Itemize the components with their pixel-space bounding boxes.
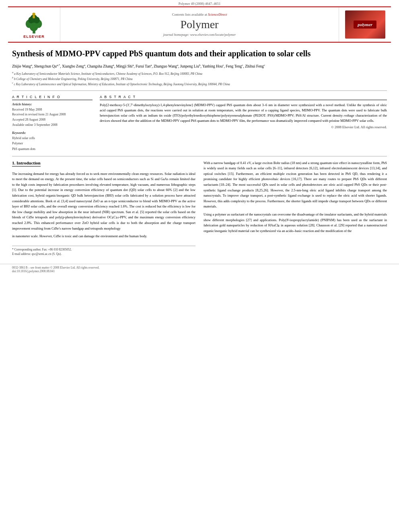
divider-middle <box>12 156 387 156</box>
journal-citation: Polymer 49 (2008) 4647–4651 <box>179 2 221 6</box>
keyword-3: PbS quantum dots <box>12 146 93 152</box>
authors-line: Zhijie Wanga, Shengchun Qua,*, Xiangbo Z… <box>12 63 387 69</box>
polymer-badge-text: polymer <box>354 21 376 29</box>
header-center: Contents lists available at ScienceDirec… <box>60 7 339 42</box>
svg-point-7 <box>32 13 35 16</box>
history-item-2: Received in revised form 21 August 2008 <box>12 112 93 117</box>
svg-rect-8 <box>33 16 35 18</box>
intro-para-left-cont: in nanometer scale. However, CdSe is tox… <box>12 234 195 239</box>
affiliation-a: a a Key Laboratory of Semiconductor Mate… <box>12 71 387 76</box>
article-info-col: A R T I C L E I N F O Article history: R… <box>12 95 93 152</box>
abstract-text: Poly[2-methoxy-5-(3′,7′-dimethyloctyloxy… <box>100 103 387 124</box>
journal-homepage: journal homepage: www.elsevier.com/locat… <box>163 33 236 37</box>
authors-text: Zhijie Wanga, Shengchun Qua,*, Xiangbo Z… <box>12 64 265 68</box>
intro-para-right-1: With a narrow bandgap of 0.41 eV, a larg… <box>204 160 387 210</box>
elsevier-brand-text: ELSEVIER <box>23 35 45 39</box>
journal-title: Polymer <box>181 18 219 31</box>
copyright-line-1: 0032-3861/$ – see front matter © 2008 El… <box>12 266 387 269</box>
section-name: Introduction <box>16 160 41 165</box>
section-header: 1. Introduction <box>12 160 195 169</box>
body-col-left: 1. Introduction The increasing demand fo… <box>12 160 195 257</box>
page-wrapper: Polymer 49 (2008) 4647–4651 <box>0 0 399 532</box>
elsevier-tree-icon <box>23 10 45 35</box>
history-item-1: Received 19 May 2008 <box>12 107 93 113</box>
keyword-2: Polymer <box>12 141 93 146</box>
bottom-copyright: 0032-3861/$ – see front matter © 2008 El… <box>0 264 399 273</box>
affiliations: a a Key Laboratory of Semiconductor Mate… <box>12 71 387 86</box>
abstract-label: A B S T R A C T <box>100 95 387 100</box>
abstract-col: A B S T R A C T Poly[2-methoxy-5-(3′,7′-… <box>100 95 387 152</box>
copyright-line-2: doi:10.1016/j.polymer.2008.08.041 <box>12 269 387 273</box>
history-item-3: Accepted 28 August 2008 <box>12 117 93 123</box>
elsevier-logo-area: ELSEVIER <box>8 7 60 42</box>
affiliation-b: b b College of Chemistry and Molecular E… <box>12 76 387 81</box>
footnote-corresponding: * Corresponding author. Fax: +86 010 823… <box>12 248 195 251</box>
article-content: Synthesis of MDMO-PPV capped PbS quantum… <box>0 43 399 262</box>
footnote-email: E-mail address: qsc@semi.ac.cn (S. Qu). <box>12 252 195 256</box>
section-title: 1. Introduction <box>12 160 41 166</box>
article-title: Synthesis of MDMO-PPV capped PbS quantum… <box>12 48 387 59</box>
keyword-1: Hybrid solar cells <box>12 136 93 141</box>
section-number: 1. <box>12 160 15 165</box>
journal-header: ELSEVIER Contents lists available at Sci… <box>8 6 391 43</box>
keywords-label: Keywords: <box>12 131 93 135</box>
abstract-copyright: © 2008 Elsevier Ltd. All rights reserved… <box>100 125 387 129</box>
top-bar: Polymer 49 (2008) 4647–4651 <box>0 0 399 6</box>
intro-para-right-2: Using a polymer as surfactant of the nan… <box>204 212 387 234</box>
article-history-label: Article history: <box>12 103 93 106</box>
divider-top <box>12 90 387 91</box>
introduction-section: 1. Introduction The increasing demand fo… <box>12 160 387 257</box>
intro-para-1: The increasing demand for energy has alr… <box>12 171 195 232</box>
body-col-right: With a narrow bandgap of 0.41 eV, a larg… <box>204 160 387 257</box>
polymer-cover-image: polymer <box>345 10 385 39</box>
article-info-label: A R T I C L E I N F O <box>12 95 93 100</box>
sciencedirect-line: Contents lists available at ScienceDirec… <box>172 12 227 16</box>
history-item-4: Available online 3 September 2008 <box>12 123 93 128</box>
footnote-area: * Corresponding author. Fax: +86 010 823… <box>12 246 195 256</box>
elsevier-logo: ELSEVIER <box>23 10 45 39</box>
sciencedirect-link[interactable]: ScienceDirect <box>208 12 227 16</box>
affiliation-c: c c Key Laboratory of Luminescence and O… <box>12 81 387 86</box>
polymer-logo-area: polymer <box>339 7 391 42</box>
article-info-abstract: A R T I C L E I N F O Article history: R… <box>12 95 387 152</box>
